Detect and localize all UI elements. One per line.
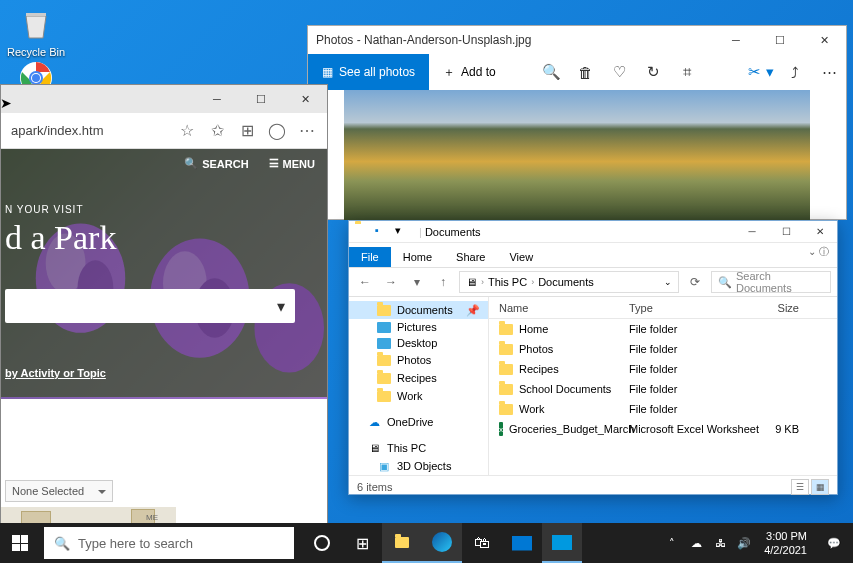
collections-icon[interactable]: ⊞ bbox=[237, 121, 257, 141]
activity-link[interactable]: by Activity or Topic bbox=[5, 367, 106, 379]
tab-file[interactable]: File bbox=[349, 247, 391, 267]
back-button[interactable]: ← bbox=[355, 275, 375, 289]
share-icon[interactable]: ⤴ bbox=[778, 54, 812, 90]
maximize-button[interactable]: ☐ bbox=[239, 85, 283, 113]
nav-work[interactable]: Work bbox=[349, 387, 488, 405]
nav-documents[interactable]: Documents📌 bbox=[349, 301, 488, 319]
more-icon[interactable]: ⋯ bbox=[297, 121, 317, 141]
add-to-button[interactable]: ＋ Add to bbox=[429, 64, 510, 81]
details-view-button[interactable]: ☰ bbox=[791, 479, 809, 495]
crop-icon[interactable]: ⌗ bbox=[670, 54, 704, 90]
svg-point-3 bbox=[32, 74, 40, 82]
file-type: File folder bbox=[629, 343, 759, 355]
delete-icon[interactable]: 🗑 bbox=[568, 54, 602, 90]
file-row[interactable]: RecipesFile folder bbox=[489, 359, 837, 379]
profile-icon[interactable]: ◯ bbox=[267, 121, 287, 141]
maximize-button[interactable]: ☐ bbox=[769, 221, 803, 243]
photos-taskbar-icon[interactable] bbox=[542, 523, 582, 563]
search-link[interactable]: 🔍SEARCH bbox=[184, 157, 248, 170]
none-selected-dropdown[interactable]: None Selected bbox=[5, 480, 113, 502]
state-select[interactable]: ▾ bbox=[5, 289, 295, 323]
taskbar: 🔍 Type here to search ⊞ 🛍 ˄ ☁ 🖧 🔊 3:00 P… bbox=[0, 523, 853, 563]
icons-view-button[interactable]: ▦ bbox=[811, 479, 829, 495]
minimize-button[interactable]: ─ bbox=[714, 26, 758, 54]
bc-thispc[interactable]: This PC bbox=[488, 276, 527, 288]
close-button[interactable]: ✕ bbox=[802, 26, 846, 54]
refresh-button[interactable]: ⟳ bbox=[685, 275, 705, 289]
recycle-bin-desktop-icon[interactable]: Recycle Bin bbox=[4, 4, 68, 58]
url-text[interactable]: apark/index.htm bbox=[11, 123, 167, 138]
chevron-down-icon[interactable]: ⌄ bbox=[664, 277, 672, 287]
browser-titlebar[interactable]: ─ ☐ ✕ bbox=[1, 85, 327, 113]
photos-icon bbox=[552, 535, 572, 550]
folder-icon bbox=[355, 224, 371, 240]
search-input[interactable]: 🔍 Search Documents bbox=[711, 271, 831, 293]
favorites-icon[interactable]: ✩ bbox=[207, 121, 227, 141]
maximize-button[interactable]: ☐ bbox=[758, 26, 802, 54]
edge-taskbar-icon[interactable] bbox=[422, 523, 462, 563]
tab-view[interactable]: View bbox=[497, 247, 545, 267]
explorer-window: ▪ ▾ | Documents ─ ☐ ✕ File Home Share Vi… bbox=[348, 220, 838, 495]
close-button[interactable]: ✕ bbox=[283, 85, 327, 113]
folder-icon bbox=[499, 364, 513, 375]
file-row[interactable]: xGroceries_Budget_MarchMicrosoft Excel W… bbox=[489, 419, 837, 439]
up-button[interactable]: ↑ bbox=[433, 275, 453, 289]
nav-thispc[interactable]: 🖥This PC bbox=[349, 439, 488, 457]
breadcrumb[interactable]: 🖥 › This PC › Documents ⌄ bbox=[459, 271, 679, 293]
network-tray-icon[interactable]: 🖧 bbox=[708, 537, 732, 549]
nav-desktop[interactable]: Desktop bbox=[349, 335, 488, 351]
store-taskbar-icon[interactable]: 🛍 bbox=[462, 523, 502, 563]
dropdown-icon[interactable]: ▾ bbox=[395, 224, 411, 240]
file-row[interactable]: HomeFile folder bbox=[489, 319, 837, 339]
tray-chevron-icon[interactable]: ˄ bbox=[660, 537, 684, 550]
search-icon: 🔍 bbox=[184, 157, 198, 170]
nav-3dobjects[interactable]: ▣3D Objects bbox=[349, 457, 488, 475]
pin-icon: 📌 bbox=[466, 304, 480, 317]
col-name[interactable]: Name bbox=[489, 302, 629, 314]
navigation-pane[interactable]: Documents📌 Pictures Desktop Photos Recip… bbox=[349, 297, 489, 475]
edit-icon[interactable]: ✂ ▾ bbox=[744, 54, 778, 90]
start-button[interactable] bbox=[0, 523, 40, 563]
expand-ribbon-icon[interactable]: ⌄ ⓘ bbox=[808, 245, 829, 259]
file-row[interactable]: PhotosFile folder bbox=[489, 339, 837, 359]
task-view-button[interactable]: ⊞ bbox=[342, 523, 382, 563]
minimize-button[interactable]: ─ bbox=[735, 221, 769, 243]
explorer-taskbar-icon[interactable] bbox=[382, 523, 422, 563]
minimize-button[interactable]: ─ bbox=[195, 85, 239, 113]
volume-tray-icon[interactable]: 🔊 bbox=[732, 537, 756, 550]
favorite-icon[interactable]: ♡ bbox=[602, 54, 636, 90]
star-outline-icon[interactable]: ☆ bbox=[177, 121, 197, 141]
close-button[interactable]: ✕ bbox=[803, 221, 837, 243]
photo-content[interactable] bbox=[344, 90, 810, 220]
nav-onedrive[interactable]: ☁OneDrive bbox=[349, 413, 488, 431]
recent-dropdown[interactable]: ▾ bbox=[407, 275, 427, 289]
bc-documents[interactable]: Documents bbox=[538, 276, 594, 288]
file-row[interactable]: School DocumentsFile folder bbox=[489, 379, 837, 399]
tab-share[interactable]: Share bbox=[444, 247, 497, 267]
tab-home[interactable]: Home bbox=[391, 247, 444, 267]
zoom-icon[interactable]: 🔍 bbox=[534, 54, 568, 90]
taskbar-search[interactable]: 🔍 Type here to search bbox=[44, 527, 294, 559]
file-row[interactable]: WorkFile folder bbox=[489, 399, 837, 419]
nav-photos[interactable]: Photos bbox=[349, 351, 488, 369]
onedrive-tray-icon[interactable]: ☁ bbox=[684, 537, 708, 550]
add-to-label: Add to bbox=[461, 65, 496, 79]
nav-pictures[interactable]: Pictures bbox=[349, 319, 488, 335]
action-center-button[interactable]: 💬 bbox=[815, 537, 853, 550]
explorer-titlebar[interactable]: ▪ ▾ | Documents ─ ☐ ✕ bbox=[349, 221, 837, 243]
menu-link[interactable]: ☰MENU bbox=[269, 157, 315, 170]
system-tray: ˄ ☁ 🖧 🔊 3:00 PM 4/2/2021 💬 bbox=[660, 523, 853, 563]
cortana-button[interactable] bbox=[302, 523, 342, 563]
folder-icon bbox=[395, 537, 409, 548]
clock[interactable]: 3:00 PM 4/2/2021 bbox=[756, 529, 815, 558]
column-headers[interactable]: Name Type Size bbox=[489, 297, 837, 319]
rotate-icon[interactable]: ↻ bbox=[636, 54, 670, 90]
nav-recipes[interactable]: Recipes bbox=[349, 369, 488, 387]
more-icon[interactable]: ⋯ bbox=[812, 54, 846, 90]
mail-taskbar-icon[interactable] bbox=[502, 523, 542, 563]
photos-titlebar[interactable]: Photos - Nathan-Anderson-Unsplash.jpg ─ … bbox=[308, 26, 846, 54]
col-type[interactable]: Type bbox=[629, 302, 759, 314]
quick-access-icon[interactable]: ▪ bbox=[375, 224, 391, 240]
forward-button[interactable]: → bbox=[381, 275, 401, 289]
col-size[interactable]: Size bbox=[759, 302, 809, 314]
